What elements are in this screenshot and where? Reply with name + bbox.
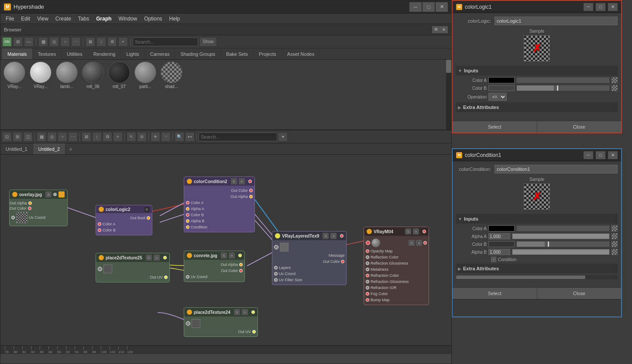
material-mtl06[interactable]: mtl_06 xyxy=(81,61,105,89)
port-dot[interactable] xyxy=(186,321,190,326)
attr-h-scrollbar[interactable] xyxy=(456,275,618,279)
material-vray2[interactable]: VRay... xyxy=(28,61,53,89)
port-dot-alpha-b[interactable] xyxy=(186,219,189,223)
port-dot-refract-gloss[interactable] xyxy=(366,280,369,283)
port-dot-top[interactable] xyxy=(251,310,255,314)
node-btn-frame2[interactable]: ⊞ xyxy=(13,132,22,142)
port-dot[interactable] xyxy=(98,267,102,271)
node-btn-filter1[interactable]: ▦ xyxy=(37,132,46,142)
material-shad[interactable]: shad... xyxy=(159,61,184,89)
select-button-cond1[interactable]: Select xyxy=(453,288,537,299)
browser-close-btn[interactable]: ✕ xyxy=(440,26,448,33)
attr-close-btn[interactable]: ✕ xyxy=(608,3,618,11)
browser-btn-arrange[interactable]: ⊠ xyxy=(86,37,95,47)
node-search-dropdown[interactable]: ▾ xyxy=(278,132,288,142)
color-b-slider[interactable] xyxy=(516,85,610,91)
port-dot-top[interactable] xyxy=(163,256,167,259)
browser-btn-options[interactable]: ⚙ xyxy=(107,37,117,47)
node-tab-untitled2[interactable]: Untitled_2 xyxy=(33,143,66,154)
port-dot-reflect-color[interactable] xyxy=(366,255,369,259)
browser-v-scrollbar[interactable] xyxy=(446,60,451,129)
condition-checkbox[interactable]: ✓ xyxy=(491,257,496,262)
node-colorcondition2[interactable]: colorCondition2 S ≡ Out Color Out Alpha xyxy=(184,177,255,232)
port-dot-out-alpha[interactable] xyxy=(249,195,253,198)
menu-edit[interactable]: Edit xyxy=(17,14,34,24)
browser-btn-minus[interactable]: — xyxy=(24,37,34,47)
port-dot-fog[interactable] xyxy=(366,292,369,296)
color-b-checker-cond[interactable] xyxy=(611,241,618,247)
close-button-cond1[interactable]: Close xyxy=(537,288,622,299)
node-btn-preview[interactable]: ⊷ xyxy=(185,132,195,142)
port-dot[interactable] xyxy=(274,266,278,269)
port-dot-top[interactable] xyxy=(238,254,242,257)
alpha-b-input[interactable] xyxy=(488,249,510,255)
port-dot-out-alpha[interactable] xyxy=(28,201,32,205)
ctrl-s[interactable]: S xyxy=(146,255,152,261)
node-ctrl-s[interactable]: S xyxy=(45,191,52,197)
browser-search-input[interactable] xyxy=(133,37,198,46)
ctrl-s[interactable]: S xyxy=(323,233,329,239)
node-btn-sort[interactable]: ↕ xyxy=(92,132,102,142)
browser-btn-circle[interactable]: ◎ xyxy=(49,37,59,47)
port-dot-color-a[interactable] xyxy=(98,222,101,226)
port-dot-out-color[interactable] xyxy=(28,207,31,210)
section-extra-logic1[interactable]: ▶ Extra Attributes xyxy=(456,102,618,112)
attr-name-input[interactable] xyxy=(495,17,618,25)
node-btn-filter3[interactable]: ○ xyxy=(58,132,67,142)
color-b-slider-cond[interactable] xyxy=(516,241,610,247)
attr-maximize-btn[interactable]: □ xyxy=(596,3,605,11)
ctrl-list2[interactable]: ≡ xyxy=(416,240,422,246)
show-button[interactable]: Show xyxy=(199,37,217,47)
port-dot-uv[interactable] xyxy=(11,216,15,219)
menu-create[interactable]: Create xyxy=(52,14,75,24)
node-ctrl-dot[interactable] xyxy=(53,193,57,196)
node-tab-untitled1[interactable]: Untitled_1 xyxy=(0,143,33,154)
section-inputs-logic1[interactable]: ▼ Inputs xyxy=(456,66,618,75)
ctrl-list[interactable]: ≡ xyxy=(330,233,337,239)
node-place2d25[interactable]: place2dTexture25 S ≡ Out UV xyxy=(96,253,170,282)
ctrl-s[interactable]: S xyxy=(221,252,227,259)
node-btn-lasso[interactable]: ⊘ xyxy=(137,132,147,142)
menu-graph[interactable]: Graph xyxy=(93,14,115,24)
node-ctrl-y[interactable]: Y xyxy=(58,191,65,197)
port-dot-2[interactable] xyxy=(423,241,427,245)
operation-dropdown[interactable]: <= < == >= > xyxy=(488,93,507,101)
port-dot-out-color[interactable] xyxy=(249,189,253,192)
node-btn-filter2[interactable]: ◎ xyxy=(47,132,57,142)
port-dot-out-uv[interactable] xyxy=(252,330,256,333)
node-btn-frame[interactable]: ⊡ xyxy=(2,132,12,142)
tab-asset-nodes[interactable]: Asset Nodes xyxy=(282,48,320,59)
port-dot-top[interactable] xyxy=(340,234,343,238)
alpha-a-slider[interactable] xyxy=(512,233,610,239)
alpha-b-slider[interactable] xyxy=(512,249,610,255)
material-vray1[interactable]: VRay... xyxy=(2,61,27,89)
port-dot-metal[interactable] xyxy=(366,268,369,271)
attr-name-input-cond[interactable] xyxy=(495,165,618,173)
node-btn-move[interactable]: ✛ xyxy=(151,132,160,142)
ctrl-s2[interactable]: S xyxy=(409,240,415,246)
ctrl-s[interactable]: S xyxy=(234,309,240,315)
node-btn-zoom[interactable]: 🔍 xyxy=(175,132,184,142)
attr-close-btn-cond[interactable]: ✕ xyxy=(608,151,618,159)
color-a-slider-cond[interactable] xyxy=(516,225,610,231)
menu-view[interactable]: View xyxy=(34,14,52,24)
tab-bake-sets[interactable]: Bake Sets xyxy=(221,48,254,59)
port-dot-bump[interactable] xyxy=(366,298,369,302)
menu-file[interactable]: File xyxy=(2,14,17,24)
color-b-swatch-cond[interactable] xyxy=(488,241,515,247)
ctrl-s[interactable]: S xyxy=(231,178,237,184)
port-dot-out-bool[interactable] xyxy=(147,216,150,220)
port-dot-out-uv[interactable] xyxy=(164,276,168,279)
color-a-checker[interactable] xyxy=(611,77,618,83)
ctrl-list[interactable]: ≡ xyxy=(229,252,235,259)
menu-window[interactable]: Window xyxy=(115,14,141,24)
color-b-swatch[interactable] xyxy=(488,85,515,91)
alpha-b-checker[interactable] xyxy=(611,249,618,255)
browser-btn-filter[interactable]: ▦ xyxy=(38,37,48,47)
port-dot-condition[interactable] xyxy=(186,225,189,229)
color-b-checker[interactable] xyxy=(611,85,618,91)
menu-help[interactable]: Help xyxy=(166,14,184,24)
port-dot-out-alpha[interactable] xyxy=(239,263,243,266)
attr-minimize-btn[interactable]: ─ xyxy=(584,3,593,11)
browser-btn-add[interactable]: + xyxy=(118,37,128,47)
